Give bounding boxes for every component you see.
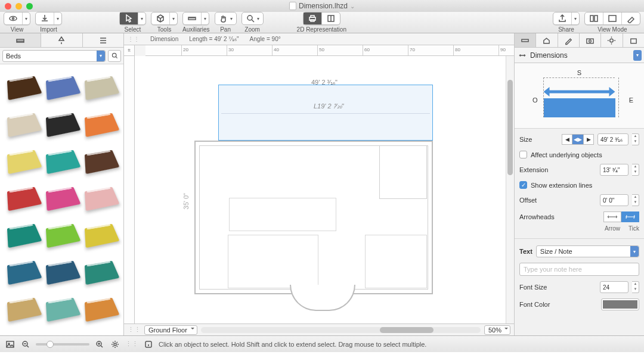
- library-item[interactable]: [42, 253, 81, 290]
- photo-icon[interactable]: [5, 339, 16, 350]
- library-item[interactable]: [81, 179, 120, 216]
- inspector-tab-4[interactable]: [580, 33, 601, 47]
- affect-checkbox[interactable]: [519, 151, 527, 158]
- library-item[interactable]: [42, 179, 81, 216]
- library-item[interactable]: [81, 216, 120, 253]
- tree-icon: [57, 36, 66, 45]
- list-icon: [98, 36, 108, 45]
- library-category-value: Beds: [6, 52, 21, 60]
- view-button[interactable]: ▾: [4, 12, 30, 25]
- font-color-swatch[interactable]: [601, 298, 639, 310]
- info-length: Length = 49' 2 ⁷⁄₁₆": [189, 36, 239, 42]
- library-item[interactable]: [81, 253, 120, 290]
- ruler-tick: 80: [453, 45, 460, 55]
- library-item[interactable]: [4, 253, 42, 290]
- search-icon: [111, 52, 119, 60]
- scrollbar-v-thumb[interactable]: [507, 80, 513, 175]
- offset-input[interactable]: 0' 0": [600, 194, 628, 206]
- library-item[interactable]: [42, 142, 81, 179]
- library-item[interactable]: [42, 216, 81, 253]
- offset-stepper[interactable]: ▲▼: [632, 194, 639, 206]
- library-item[interactable]: [4, 68, 42, 105]
- auxiliaries-button[interactable]: ▾: [182, 12, 209, 25]
- library-search-button[interactable]: [108, 50, 121, 62]
- thumbnail-zoom-slider[interactable]: [36, 343, 89, 346]
- library-tab-list[interactable]: [83, 33, 123, 47]
- document-icon: [289, 2, 296, 10]
- size-stepper[interactable]: ▲▼: [632, 133, 639, 145]
- show-extension-checkbox[interactable]: ✓: [519, 181, 527, 189]
- share-button[interactable]: ▾: [553, 12, 580, 25]
- library-item[interactable]: [4, 216, 42, 253]
- chevron-down-icon[interactable]: ▾: [633, 50, 642, 61]
- inspector-tab-6[interactable]: [623, 33, 644, 47]
- zoom-window-button[interactable]: [26, 3, 33, 10]
- minimize-window-button[interactable]: [16, 3, 22, 10]
- dimension-selection[interactable]: [218, 85, 433, 141]
- title-chevron-icon[interactable]: ⌄: [350, 3, 355, 10]
- library-tab-objects[interactable]: [0, 33, 41, 47]
- scrollbar-vertical[interactable]: [506, 56, 514, 323]
- view-mode[interactable]: [584, 12, 640, 25]
- zoom-out-icon[interactable]: [20, 339, 31, 350]
- library-item[interactable]: [4, 179, 42, 216]
- scrollbar-horizontal[interactable]: [201, 327, 481, 333]
- library-item[interactable]: [81, 142, 120, 179]
- library-grid: [0, 64, 123, 335]
- room-block-d: [365, 235, 427, 288]
- pan-tool[interactable]: ▾: [215, 12, 237, 25]
- library-item[interactable]: [4, 142, 42, 179]
- library-item[interactable]: [81, 105, 120, 142]
- inspector-header[interactable]: Dimensions ▾: [515, 48, 644, 63]
- library-item[interactable]: [4, 290, 42, 326]
- text-mode-select[interactable]: Size / Note ▾: [536, 245, 639, 257]
- inspector-tab-2[interactable]: [536, 33, 558, 47]
- library-item[interactable]: [81, 68, 120, 105]
- library-item[interactable]: [42, 68, 81, 105]
- extension-input[interactable]: 13' ³⁄₄": [600, 164, 628, 176]
- import-button[interactable]: ▾: [35, 12, 62, 25]
- inspector-tab-5[interactable]: [601, 33, 623, 47]
- font-size-input[interactable]: 24: [600, 281, 628, 293]
- library-item[interactable]: [4, 105, 42, 142]
- canvas-zoom-select[interactable]: 50%: [484, 325, 510, 335]
- zoom-tool[interactable]: ▾: [242, 12, 264, 25]
- library-item[interactable]: [42, 105, 81, 142]
- inspector-tab-3[interactable]: [558, 33, 580, 47]
- size-align-segment[interactable]: ◀◀▶▶: [562, 134, 594, 145]
- info-icon[interactable]: [143, 339, 154, 350]
- ruler-tick: 30: [227, 45, 234, 55]
- close-window-button[interactable]: [5, 3, 11, 10]
- split-icon: [589, 14, 599, 23]
- size-input[interactable]: 49' 2 ³⁄₁₆: [597, 133, 628, 145]
- select-tool[interactable]: ▾: [119, 12, 146, 25]
- svg-point-0: [10, 17, 17, 21]
- inspector-tab-geometry[interactable]: [515, 33, 536, 47]
- library-category-select[interactable]: Beds ▾: [2, 50, 106, 62]
- cursor-icon: [124, 14, 134, 23]
- library-item[interactable]: [42, 290, 81, 326]
- magnifier-icon: [246, 14, 255, 23]
- drawing-canvas[interactable]: 49' 2 ³⁄₁₆" L19' 2 ⁵⁄₂₀" 35' 0": [135, 56, 506, 323]
- affect-label: Affect underlying objects: [531, 151, 602, 158]
- dimensions-icon: [518, 51, 527, 60]
- book-icon: [326, 14, 336, 23]
- window-controls: [5, 3, 33, 10]
- floor-select[interactable]: Ground Floor: [144, 325, 197, 335]
- arrowheads-picker[interactable]: [603, 211, 639, 222]
- library-tab-trees[interactable]: [41, 33, 82, 47]
- extension-stepper[interactable]: ▲▼: [632, 164, 639, 176]
- dimension-value-mid: L19' 2 ⁵⁄₂₀": [314, 102, 343, 110]
- note-input[interactable]: Type your note here: [519, 263, 639, 276]
- gear-icon[interactable]: [110, 339, 120, 350]
- svg-point-3: [247, 15, 252, 20]
- tools-button[interactable]: ▾: [151, 12, 178, 25]
- font-size-stepper[interactable]: ▲▼: [632, 281, 639, 293]
- 2d-representation[interactable]: [303, 12, 340, 25]
- svg-point-11: [112, 53, 116, 57]
- scrollbar-h-thumb[interactable]: [380, 327, 434, 333]
- arrowheads-label: Arrowheads: [519, 213, 555, 220]
- zoom-in-icon[interactable]: [94, 339, 105, 350]
- library-item[interactable]: [81, 290, 120, 326]
- slider-knob[interactable]: [47, 341, 54, 348]
